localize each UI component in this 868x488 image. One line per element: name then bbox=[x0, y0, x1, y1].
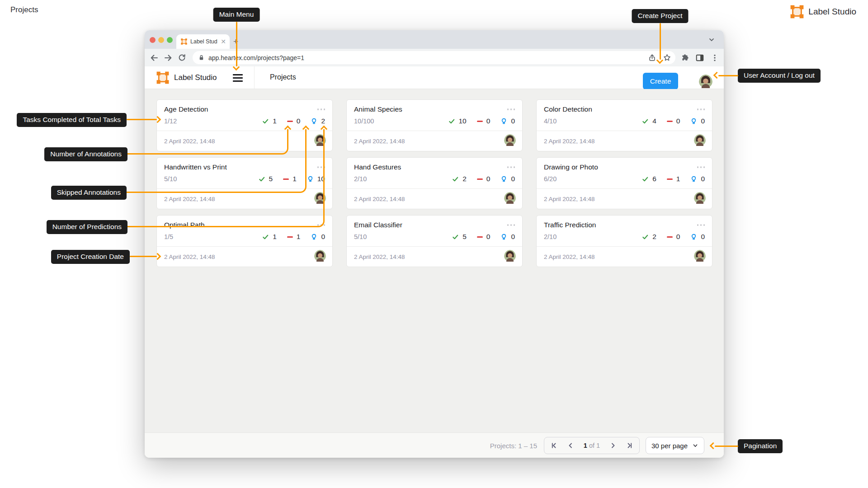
callout-tasks-completed: Tasks Completed of Total Tasks bbox=[17, 113, 127, 127]
chevron-down-icon bbox=[692, 442, 698, 449]
tab-title: Label Studio bbox=[190, 38, 217, 45]
page-title: Projects bbox=[10, 5, 38, 14]
lock-icon bbox=[198, 54, 205, 61]
project-card[interactable]: Animal Species 10/100 10 0 0 2 April 202… bbox=[346, 99, 523, 151]
callout-skipped: Skipped Annotations bbox=[51, 186, 127, 200]
project-title: Color Detection bbox=[544, 105, 592, 113]
project-predictions-count: 0 bbox=[701, 233, 705, 241]
extensions-puzzle-icon[interactable] bbox=[681, 54, 689, 62]
browser-menu-kebab-icon[interactable] bbox=[711, 54, 719, 62]
window-close-button[interactable] bbox=[150, 37, 156, 43]
project-predictions-count: 0 bbox=[511, 117, 515, 125]
share-icon[interactable] bbox=[648, 54, 656, 61]
tab-close-icon[interactable]: ✕ bbox=[221, 38, 226, 45]
reload-icon[interactable] bbox=[178, 53, 186, 62]
project-task-progress: 1/5 bbox=[164, 233, 173, 240]
forward-icon[interactable] bbox=[164, 53, 173, 62]
page-of-total: of 1 bbox=[589, 442, 600, 449]
project-predictions-count: 0 bbox=[321, 233, 325, 241]
window-zoom-button[interactable] bbox=[167, 37, 173, 43]
project-card[interactable]: Drawing or Photo 6/20 6 1 0 2 April 2022… bbox=[536, 157, 712, 209]
annotations-check-icon bbox=[452, 234, 459, 240]
project-card[interactable]: Traffic Prediction 2/10 2 0 0 2 April 20… bbox=[536, 215, 712, 267]
predictions-bulb-icon bbox=[690, 117, 697, 125]
page-indicator: 1 of 1 bbox=[584, 442, 600, 449]
project-title: Handwritten vs Print bbox=[164, 163, 227, 171]
project-title: Hand Gestures bbox=[354, 163, 401, 171]
callout-predictions: Number of Predictions bbox=[47, 220, 127, 234]
skipped-minus-icon bbox=[287, 121, 293, 122]
project-title: Traffic Prediction bbox=[544, 221, 596, 229]
project-user-avatar bbox=[504, 192, 516, 206]
projects-content: Age Detection 1/12 1 0 2 2 April 2022, 1… bbox=[145, 89, 724, 432]
create-project-button[interactable]: Create bbox=[643, 73, 678, 89]
predictions-bulb-icon bbox=[500, 233, 507, 240]
project-card[interactable]: Handwritten vs Print 5/10 5 1 10 2 April… bbox=[156, 157, 333, 209]
project-menu-kebab-icon[interactable] bbox=[317, 107, 326, 112]
project-skipped-count: 0 bbox=[486, 233, 491, 241]
project-menu-kebab-icon[interactable] bbox=[507, 164, 515, 170]
project-created-date: 2 April 2022, 14:48 bbox=[544, 253, 595, 260]
project-annotations-count: 4 bbox=[652, 117, 656, 125]
project-user-avatar bbox=[504, 134, 516, 148]
project-card[interactable]: Color Detection 4/10 4 0 0 2 April 2022,… bbox=[536, 99, 712, 151]
project-menu-kebab-icon[interactable] bbox=[697, 107, 705, 112]
project-card[interactable]: Optimal Path 1/5 1 1 0 2 April 2022, 14:… bbox=[156, 215, 333, 267]
project-title: Animal Species bbox=[354, 105, 402, 113]
projects-grid: Age Detection 1/12 1 0 2 2 April 2022, 1… bbox=[156, 99, 712, 267]
project-menu-kebab-icon[interactable] bbox=[507, 107, 515, 112]
project-skipped-count: 1 bbox=[292, 175, 297, 183]
tab-search-chevron-icon[interactable] bbox=[708, 36, 715, 43]
project-user-avatar bbox=[694, 134, 706, 148]
side-panel-icon[interactable] bbox=[696, 54, 704, 62]
project-skipped-count: 0 bbox=[676, 117, 680, 125]
window-minimize-button[interactable] bbox=[158, 37, 164, 43]
annotations-check-icon bbox=[259, 176, 265, 183]
app-footer: Projects: 1 – 15 1 of 1 30 per page bbox=[145, 432, 724, 458]
project-menu-kebab-icon[interactable] bbox=[697, 164, 705, 170]
back-icon[interactable] bbox=[150, 53, 159, 62]
main-menu-hamburger-icon[interactable] bbox=[233, 74, 243, 82]
project-menu-kebab-icon[interactable] bbox=[317, 164, 326, 170]
user-avatar[interactable] bbox=[699, 75, 712, 90]
project-title: Drawing or Photo bbox=[544, 163, 598, 171]
bookmark-star-icon[interactable] bbox=[663, 54, 671, 61]
prev-page-button[interactable] bbox=[567, 442, 574, 449]
project-title: Optimal Path bbox=[164, 221, 205, 229]
project-task-progress: 4/10 bbox=[544, 117, 557, 125]
skipped-minus-icon bbox=[287, 236, 293, 238]
project-user-avatar bbox=[504, 250, 516, 263]
first-page-button[interactable] bbox=[550, 442, 557, 449]
project-menu-kebab-icon[interactable] bbox=[317, 222, 326, 228]
project-user-avatar bbox=[314, 134, 326, 148]
project-task-progress: 2/10 bbox=[544, 233, 557, 240]
skipped-minus-icon bbox=[667, 121, 673, 122]
new-tab-button[interactable]: + bbox=[233, 36, 238, 47]
project-skipped-count: 0 bbox=[486, 117, 491, 125]
project-annotations-count: 1 bbox=[273, 233, 277, 241]
project-created-date: 2 April 2022, 14:48 bbox=[164, 138, 215, 145]
tab-favicon bbox=[181, 38, 187, 45]
project-card[interactable]: Hand Gestures 2/10 2 0 0 2 April 2022, 1… bbox=[346, 157, 523, 209]
project-card[interactable]: Email Classifier 5/10 5 0 0 2 April 2022… bbox=[346, 215, 523, 267]
project-user-avatar bbox=[694, 192, 706, 206]
predictions-bulb-icon bbox=[307, 175, 314, 183]
skipped-minus-icon bbox=[477, 121, 483, 122]
annotations-check-icon bbox=[452, 176, 459, 183]
project-menu-kebab-icon[interactable] bbox=[697, 222, 705, 228]
per-page-dropdown[interactable]: 30 per page bbox=[646, 437, 704, 454]
project-skipped-count: 1 bbox=[297, 233, 301, 241]
site-brand: Label Studio bbox=[790, 5, 856, 19]
project-task-progress: 5/10 bbox=[164, 175, 177, 183]
callout-user-account: User Account / Log out bbox=[738, 69, 821, 83]
url-bar[interactable]: app.heartex.com/projects?page=1 bbox=[193, 51, 675, 64]
last-page-button[interactable] bbox=[626, 442, 633, 449]
project-annotations-count: 1 bbox=[273, 117, 277, 125]
browser-tab[interactable]: Label Studio ✕ bbox=[176, 34, 230, 49]
skipped-minus-icon bbox=[477, 236, 483, 238]
project-menu-kebab-icon[interactable] bbox=[507, 222, 515, 228]
project-created-date: 2 April 2022, 14:48 bbox=[544, 196, 595, 202]
project-card[interactable]: Age Detection 1/12 1 0 2 2 April 2022, 1… bbox=[156, 99, 333, 151]
next-page-button[interactable] bbox=[609, 442, 617, 449]
project-created-date: 2 April 2022, 14:48 bbox=[164, 196, 215, 202]
